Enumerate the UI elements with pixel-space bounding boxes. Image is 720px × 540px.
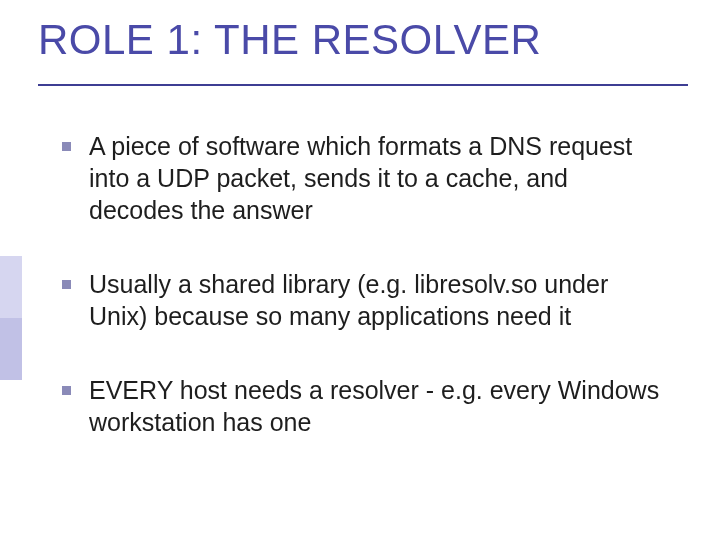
square-bullet-icon <box>62 280 71 289</box>
bullet-item: Usually a shared library (e.g. libresolv… <box>62 268 662 332</box>
slide: ROLE 1: THE RESOLVER A piece of software… <box>0 0 720 540</box>
bullet-text: Usually a shared library (e.g. libresolv… <box>89 268 662 332</box>
bullet-item: A piece of software which formats a DNS … <box>62 130 662 226</box>
accent-block-mid <box>0 318 22 380</box>
square-bullet-icon <box>62 142 71 151</box>
title-underline <box>38 84 688 86</box>
accent-block-light <box>0 256 22 318</box>
bullet-text: A piece of software which formats a DNS … <box>89 130 662 226</box>
square-bullet-icon <box>62 386 71 395</box>
slide-title: ROLE 1: THE RESOLVER <box>38 16 541 64</box>
side-accents <box>0 0 22 540</box>
bullet-item: EVERY host needs a resolver - e.g. every… <box>62 374 662 438</box>
slide-body: A piece of software which formats a DNS … <box>62 130 662 438</box>
bullet-text: EVERY host needs a resolver - e.g. every… <box>89 374 662 438</box>
